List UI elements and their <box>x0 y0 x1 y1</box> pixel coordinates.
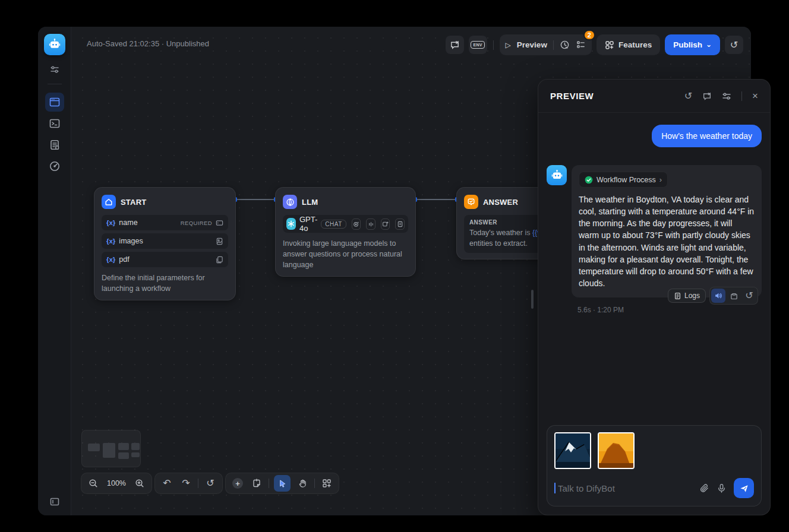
speaker-icon[interactable] <box>711 289 725 303</box>
user-message-bubble: How's the weather today <box>652 125 762 147</box>
variable-icon: {x} <box>106 219 115 226</box>
conversation-settings-icon[interactable] <box>722 91 731 101</box>
sidebar-divider <box>48 84 62 84</box>
add-node-icon[interactable]: + <box>231 476 245 490</box>
regenerate-icon[interactable]: ↺ <box>742 289 756 303</box>
variable-name: images <box>119 237 143 245</box>
variable-row-images[interactable]: {x} images <box>102 233 228 249</box>
bot-message-text: The weather in Boydton, VA today is clea… <box>579 194 755 289</box>
llm-icon <box>283 195 297 209</box>
variable-name: name <box>119 218 137 227</box>
gauge-icon <box>49 160 61 172</box>
features-label: Features <box>618 40 652 49</box>
node-answer-title: ANSWER <box>483 198 518 207</box>
openai-icon <box>286 218 296 230</box>
chat-x-icon <box>450 40 460 50</box>
annotation-button[interactable] <box>446 36 464 54</box>
chat-input[interactable] <box>558 483 692 493</box>
logs-button[interactable]: Logs <box>668 289 706 303</box>
audio-capability-icon <box>366 218 375 230</box>
redo-icon[interactable]: ↷ <box>179 476 193 490</box>
message-action-group: ↺ <box>709 287 758 305</box>
zoom-in-icon[interactable] <box>132 476 147 490</box>
organize-nodes-icon[interactable] <box>320 476 334 490</box>
sidebar-item-terminal[interactable] <box>45 114 64 133</box>
microphone-icon[interactable] <box>717 483 727 493</box>
history-icon: ↺ <box>730 40 738 50</box>
model-selector[interactable]: GPT-4o CHAT <box>283 215 408 233</box>
image-capability-icon <box>381 218 390 230</box>
preview-group-divider <box>553 40 554 50</box>
node-llm-description: Invoking large language models to answer… <box>283 238 408 270</box>
home-icon <box>102 195 116 209</box>
change-history-icon[interactable]: ↺ <box>203 476 217 490</box>
add-note-icon[interactable] <box>250 476 264 490</box>
node-llm[interactable]: LLM GPT-4o CHAT <box>275 187 416 277</box>
annotation-icon[interactable] <box>702 91 712 101</box>
bot-message-card: Workflow Process › The weather in Boydto… <box>572 165 762 297</box>
app-logo[interactable] <box>44 34 65 55</box>
image-file-icon <box>216 238 223 245</box>
restart-conversation-icon[interactable]: ↺ <box>684 91 692 101</box>
sidebar-item-monitoring[interactable] <box>45 157 64 176</box>
sidebar-item-orchestrate[interactable] <box>45 93 64 112</box>
send-icon <box>739 483 749 493</box>
topbar-divider <box>493 40 494 50</box>
sidebar <box>38 27 71 515</box>
minimap[interactable] <box>81 430 141 467</box>
publish-button[interactable]: Publish ⌄ <box>665 34 720 55</box>
workflow-process-label: Workflow Process <box>597 176 656 184</box>
answer-icon <box>464 195 478 209</box>
preview-panel: PREVIEW ↺ × How' <box>538 79 771 515</box>
features-icon <box>605 40 614 50</box>
robot-icon <box>48 38 61 51</box>
zoom-level[interactable]: 100% <box>105 479 128 487</box>
checklist-icon[interactable] <box>576 40 586 50</box>
attachment-image-sunset[interactable] <box>598 432 635 469</box>
workflow-process-toggle[interactable]: Workflow Process › <box>579 172 668 188</box>
bot-message-row: Workflow Process › The weather in Boydto… <box>547 165 762 297</box>
history-controls: ↶ ↷ ↺ <box>154 473 223 494</box>
sidebar-item-logs[interactable] <box>45 135 64 154</box>
pointer-tool-icon[interactable] <box>274 475 291 492</box>
variable-icon: {x} <box>106 256 115 263</box>
model-mode-badge: CHAT <box>321 220 346 229</box>
run-history-icon[interactable] <box>560 40 570 50</box>
text-caret <box>554 483 556 493</box>
doc-capability-icon <box>395 218 405 230</box>
undo-icon[interactable]: ↶ <box>160 476 174 490</box>
collapse-sidebar-icon[interactable] <box>49 496 60 507</box>
preview-button[interactable]: Preview <box>517 40 547 49</box>
logs-icon <box>674 292 681 300</box>
checklist-badge: 2 <box>583 30 595 40</box>
model-name: GPT-4o <box>299 215 317 233</box>
success-check-icon <box>585 176 593 184</box>
orchestrate-icon <box>49 96 61 108</box>
zoom-out-icon[interactable] <box>86 476 100 490</box>
hand-tool-icon[interactable] <box>295 476 310 490</box>
canvas-scrollbar-thumb[interactable] <box>531 290 534 309</box>
version-history-button[interactable]: ↺ <box>725 36 743 54</box>
attach-file-icon[interactable] <box>699 483 709 493</box>
chat-input-row <box>554 478 754 498</box>
node-llm-header: LLM <box>283 195 408 209</box>
env-button[interactable]: ENV <box>469 36 487 54</box>
variable-row-name[interactable]: {x} name REQUIRED <box>102 215 228 230</box>
editing-tools: + <box>225 473 339 494</box>
preview-group: ▷ Preview 2 <box>500 34 592 55</box>
document-file-icon <box>216 256 223 264</box>
copy-icon[interactable] <box>727 289 741 303</box>
close-icon[interactable]: × <box>752 91 758 101</box>
node-start[interactable]: START {x} name REQUIRED {x} images <box>94 187 236 300</box>
send-button[interactable] <box>734 478 754 498</box>
variable-row-pdf[interactable]: {x} pdf <box>102 252 228 267</box>
workflow-settings-icon[interactable] <box>50 65 59 74</box>
features-button[interactable]: Features <box>597 34 660 55</box>
edge-llm-answer <box>416 199 456 200</box>
chat-input-container <box>547 425 762 506</box>
terminal-icon <box>49 118 61 129</box>
preview-panel-header: PREVIEW ↺ × <box>538 80 770 113</box>
attachment-image-fuji[interactable] <box>554 432 591 469</box>
canvas-toolbar: 100% ↶ ↷ ↺ + <box>81 473 339 494</box>
logs-icon <box>49 139 61 151</box>
